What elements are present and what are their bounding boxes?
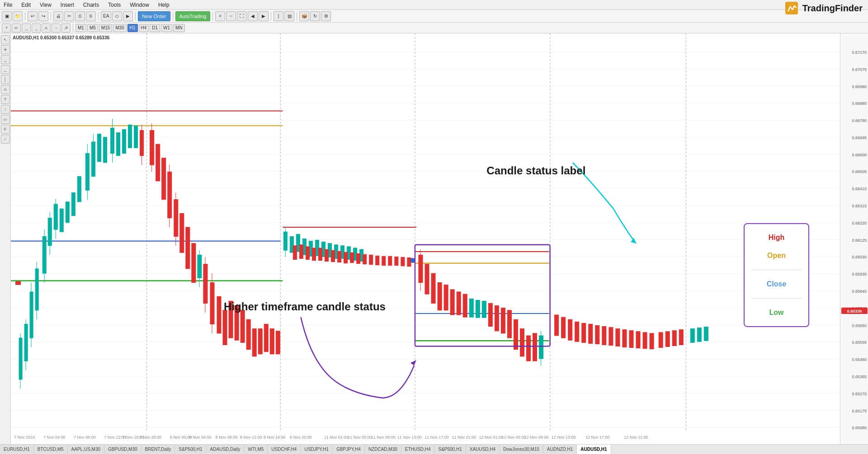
scroll-right-btn[interactable]: ▶	[259, 11, 269, 21]
svg-rect-95	[198, 255, 202, 278]
svg-rect-48	[35, 269, 38, 310]
fib-lt[interactable]: F	[1, 125, 10, 134]
svg-rect-115	[283, 232, 287, 250]
cut-btn[interactable]: ✂	[64, 11, 74, 21]
fib-tool[interactable]: ☭	[61, 23, 71, 33]
svg-rect-159	[463, 294, 467, 317]
menu-insert[interactable]: Insert	[59, 1, 76, 9]
rect-lt[interactable]: ▭	[1, 115, 10, 124]
text-tool[interactable]: A	[42, 23, 51, 33]
tab-usdjpy[interactable]: USDJPY,H1	[301, 445, 333, 454]
svg-rect-174	[555, 315, 559, 336]
hline-lt[interactable]: ⎯	[1, 65, 10, 74]
tf-m15[interactable]: M15	[99, 24, 112, 32]
auto-trading-btn[interactable]: AutoTrading	[175, 11, 211, 21]
svg-rect-113	[270, 329, 274, 354]
svg-rect-176	[568, 319, 572, 340]
text-lt[interactable]: T	[1, 95, 10, 104]
svg-rect-51	[42, 236, 46, 273]
tab-usdchf[interactable]: USDCHF,H4	[268, 445, 301, 454]
svg-rect-54	[48, 218, 52, 246]
undo-btn[interactable]: ↩	[28, 11, 38, 21]
svg-rect-150	[419, 255, 423, 282]
tf-m5[interactable]: M5	[87, 24, 98, 32]
svg-rect-136	[331, 250, 335, 262]
svg-rect-84	[156, 144, 160, 181]
new-btn[interactable]: ▣	[2, 11, 12, 21]
svg-text:8 Nov 04:00: 8 Nov 04:00	[189, 435, 212, 440]
expert-btn[interactable]: EA	[101, 11, 111, 21]
svg-rect-108	[241, 310, 245, 342]
tab-audusd-active[interactable]: AUDUSD,H1	[577, 445, 611, 454]
svg-rect-162	[482, 301, 486, 318]
tab-wti[interactable]: WTI,M5	[244, 445, 268, 454]
redo-btn[interactable]: ↪	[38, 11, 48, 21]
tab-gbpjpy[interactable]: GBPJPY,H4	[333, 445, 365, 454]
zoom-fit-btn[interactable]: ⛶	[237, 11, 247, 21]
trendline-lt[interactable]: ⎋	[1, 85, 10, 94]
hand-tool[interactable]: ✏	[12, 23, 21, 33]
channel-lt[interactable]: ∕	[1, 135, 10, 144]
svg-text:Candle status label: Candle status label	[486, 164, 585, 176]
menu-help[interactable]: Help	[156, 1, 171, 9]
tab-ethusd[interactable]: ETHUSD,H4	[401, 445, 435, 454]
open-btn[interactable]: 📁	[13, 11, 23, 21]
svg-rect-70	[103, 137, 107, 163]
tf-w1[interactable]: W1	[161, 24, 172, 32]
chart-info: AUDUSD,H1 0.65300 0.65337 0.65289 0.6533…	[13, 35, 109, 40]
cursor-tool[interactable]: ↖	[1, 35, 10, 44]
line-lt[interactable]: ⎯	[1, 55, 10, 64]
tf-d1[interactable]: D1	[150, 24, 160, 32]
tab-btcusd[interactable]: BTCUSD,M5	[34, 445, 68, 454]
menu-edit[interactable]: Edit	[19, 1, 33, 9]
menu-tools[interactable]: Tools	[106, 1, 123, 9]
tf-m1[interactable]: M1	[75, 24, 86, 32]
paste-btn[interactable]: ⎘	[86, 11, 96, 21]
chart-type-btn[interactable]: ▤	[284, 11, 294, 21]
tab-adausd[interactable]: ADAUSD,Daily	[207, 445, 245, 454]
tab-audnzd[interactable]: AUDNZD,H1	[543, 445, 577, 454]
arrow-tool[interactable]: →	[52, 23, 61, 33]
zoom-out-btn[interactable]: −	[226, 11, 236, 21]
tab-brent[interactable]: BRENT,Daily	[142, 445, 175, 454]
menu-file[interactable]: File	[2, 1, 14, 9]
line-tool[interactable]: ⎯	[22, 23, 31, 33]
chart-svg: 7 Nov 2024 7 Nov 04:00 7 Nov 08:00 7 Nov…	[11, 33, 840, 444]
scroll-left-btn[interactable]: ◀	[248, 11, 258, 21]
tab-eurusd[interactable]: EURUSD,H1	[0, 445, 34, 454]
indicator-btn[interactable]: ◇	[112, 11, 122, 21]
tab-xauusd[interactable]: XAUUSD,H4	[466, 445, 500, 454]
svg-text:8 Nov 08:00: 8 Nov 08:00	[216, 435, 238, 440]
tab-sp500-2[interactable]: S&P500,H1	[434, 445, 466, 454]
copy-btn[interactable]: ⎙	[75, 11, 85, 21]
tab-nzdcad[interactable]: NZDCAD,M30	[365, 445, 401, 454]
arrow-lt[interactable]: ↑	[1, 105, 10, 114]
period-sep-btn[interactable]: |	[274, 11, 283, 21]
menu-view[interactable]: View	[38, 1, 53, 9]
new-order-btn[interactable]: New Order	[138, 11, 170, 21]
print-btn[interactable]: 🖨	[53, 11, 63, 21]
tab-sp500-1[interactable]: S&P500,H1	[175, 445, 206, 454]
settings-btn[interactable]: ⚙	[321, 11, 331, 21]
tab-aapl[interactable]: AAPL,US,M30	[68, 445, 104, 454]
template-btn[interactable]: 📦	[299, 11, 309, 21]
tf-m30[interactable]: M30	[113, 24, 126, 32]
menu-window[interactable]: Window	[128, 1, 151, 9]
svg-rect-94	[192, 243, 196, 283]
svg-rect-114	[276, 331, 280, 354]
crosshair-tool[interactable]: ⌖	[2, 23, 11, 33]
svg-rect-131	[299, 245, 303, 259]
script-btn[interactable]: ▶	[123, 11, 133, 21]
vline-lt[interactable]: │	[1, 75, 10, 84]
tf-h4[interactable]: H4	[139, 24, 149, 32]
tf-h1[interactable]: H1	[127, 24, 138, 32]
zoom-in-btn[interactable]: +	[215, 11, 225, 21]
refresh-btn[interactable]: ↻	[310, 11, 320, 21]
tab-gbpusd[interactable]: GBPUSD,M30	[104, 445, 141, 454]
crosshair-lt[interactable]: ✛	[1, 45, 10, 54]
menu-charts[interactable]: Charts	[81, 1, 101, 9]
hline-tool[interactable]: ⎯	[32, 23, 41, 33]
tf-mn[interactable]: MN	[173, 24, 185, 32]
tab-dowjones[interactable]: DowJones30,M15	[500, 445, 543, 454]
chart-area[interactable]: AUDUSD,H1 0.65300 0.65337 0.65289 0.6533…	[11, 33, 840, 444]
